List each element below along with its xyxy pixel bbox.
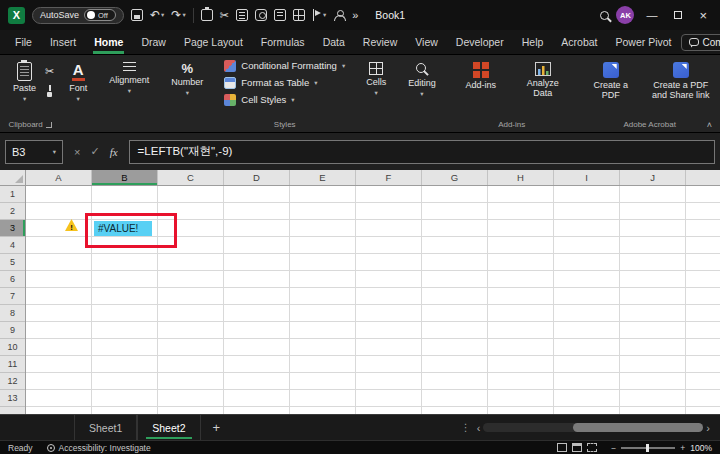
calculator-icon[interactable] <box>274 9 286 21</box>
row-header-11[interactable]: 11 <box>0 356 25 373</box>
column-header-e[interactable]: E <box>290 170 356 185</box>
formula-input[interactable]: =LEFTB("재현",-9) <box>129 140 715 164</box>
horizontal-scrollbar[interactable]: ‹ › <box>477 422 710 434</box>
contact-icon[interactable] <box>333 9 345 21</box>
scroll-left-icon[interactable]: ‹ <box>477 422 481 434</box>
row-header-9[interactable]: 9 <box>0 322 25 339</box>
row-header-7[interactable]: 7 <box>0 288 25 305</box>
column-header-d[interactable]: D <box>224 170 290 185</box>
save-icon[interactable] <box>131 9 143 21</box>
insert-function-icon[interactable]: fx <box>110 146 118 158</box>
zoom-slider[interactable] <box>621 447 675 449</box>
format-painter-icon[interactable] <box>47 85 52 97</box>
normal-view-icon[interactable] <box>557 443 567 452</box>
row-header-1[interactable]: 1 <box>0 186 25 203</box>
number-button[interactable]: % Number ▾ <box>164 57 210 99</box>
tab-view[interactable]: View <box>406 31 447 54</box>
row-header-13[interactable]: 13 <box>0 390 25 407</box>
new-sheet-button[interactable]: + <box>213 420 221 435</box>
cells-area[interactable]: #VALUE! <box>26 186 720 414</box>
column-header-j[interactable]: J <box>620 170 686 185</box>
maximize-button[interactable] <box>669 11 687 19</box>
column-header-b[interactable]: B <box>92 170 158 185</box>
paste-button[interactable]: Paste ▾ <box>6 57 43 105</box>
autosave-toggle[interactable]: AutoSave Off <box>32 7 124 24</box>
row-header-10[interactable]: 10 <box>0 339 25 356</box>
editing-button[interactable]: Editing ▾ <box>401 57 443 100</box>
format-as-table-button[interactable]: Format as Table ▾ <box>218 74 323 91</box>
alignment-button[interactable]: Alignment ▾ <box>102 57 156 97</box>
close-button[interactable]: × <box>694 8 712 23</box>
scrollbar-track[interactable] <box>483 423 703 432</box>
collapse-ribbon-icon[interactable]: ˄ <box>707 120 712 130</box>
page-break-preview-icon[interactable] <box>587 443 597 452</box>
cells-button[interactable]: Cells ▾ <box>359 57 393 99</box>
excel-logo-icon[interactable]: X <box>8 7 25 24</box>
form-icon[interactable] <box>236 9 248 21</box>
column-header-a[interactable]: A <box>26 170 92 185</box>
zoom-in-icon[interactable]: + <box>680 443 685 453</box>
zoom-slider-thumb[interactable] <box>646 444 649 452</box>
tab-developer[interactable]: Developer <box>447 31 513 54</box>
addins-button[interactable]: Add-ins <box>451 57 511 92</box>
camera-icon[interactable] <box>255 9 267 21</box>
enter-entry-icon[interactable]: ✓ <box>90 145 99 158</box>
create-pdf-button[interactable]: Create a PDF <box>581 57 641 103</box>
analyze-data-button[interactable]: Analyze Data <box>513 57 573 101</box>
row-header-2[interactable]: 2 <box>0 203 25 220</box>
column-header-c[interactable]: C <box>158 170 224 185</box>
zoom-percentage[interactable]: 100% <box>690 443 712 453</box>
tab-insert[interactable]: Insert <box>41 31 85 54</box>
row-header-4[interactable]: 4 <box>0 237 25 254</box>
tab-page-layout[interactable]: Page Layout <box>175 31 252 54</box>
scroll-right-icon[interactable]: › <box>706 422 710 434</box>
tab-home[interactable]: Home <box>85 31 132 54</box>
cell-styles-button[interactable]: Cell Styles ▾ <box>218 91 300 108</box>
row-header-6[interactable]: 6 <box>0 271 25 288</box>
column-header-h[interactable]: H <box>488 170 554 185</box>
page-layout-view-icon[interactable] <box>572 443 582 452</box>
tab-scroll-grip-icon[interactable]: ⋮ <box>461 422 471 433</box>
account-avatar[interactable]: AK <box>616 6 634 24</box>
cancel-entry-icon[interactable]: × <box>74 146 80 158</box>
create-pdf-share-button[interactable]: Create a PDF and Share link <box>643 57 719 103</box>
row-header-3[interactable]: 3 <box>0 220 25 237</box>
select-all-corner[interactable] <box>0 170 26 185</box>
tab-draw[interactable]: Draw <box>132 31 175 54</box>
tab-formulas[interactable]: Formulas <box>252 31 314 54</box>
accessibility-status[interactable]: Accessibility: Investigate <box>47 443 151 453</box>
error-warning-icon[interactable] <box>65 219 78 231</box>
row-header-8[interactable]: 8 <box>0 305 25 322</box>
sheet-tab-sheet2[interactable]: Sheet2 <box>137 415 200 440</box>
row-header-12[interactable]: 12 <box>0 373 25 390</box>
tab-help[interactable]: Help <box>513 31 553 54</box>
sheet-tab-sheet1[interactable]: Sheet1 <box>74 415 137 440</box>
conditional-formatting-button[interactable]: Conditional Formatting ▾ <box>218 57 351 74</box>
clipboard-dialog-launcher-icon[interactable] <box>46 122 52 128</box>
more-commands-button[interactable]: » <box>352 9 358 21</box>
cut-button[interactable]: ✂ <box>45 65 54 78</box>
row-header-5[interactable]: 5 <box>0 254 25 271</box>
name-box[interactable]: B3 ▾ <box>5 140 63 164</box>
flag-button[interactable]: ▾ <box>312 9 326 21</box>
font-button[interactable]: A Font ▾ <box>62 57 94 105</box>
search-icon[interactable] <box>600 11 609 20</box>
zoom-out-icon[interactable]: − <box>611 443 616 453</box>
cut-quick-button[interactable]: ✂ <box>220 9 229 22</box>
tab-data[interactable]: Data <box>314 31 354 54</box>
tab-review[interactable]: Review <box>354 31 406 54</box>
tab-acrobat[interactable]: Acrobat <box>552 31 606 54</box>
paste-quick-icon[interactable] <box>201 9 213 21</box>
comments-button[interactable]: Comments <box>681 34 720 51</box>
tab-power-pivot[interactable]: Power Pivot <box>607 31 681 54</box>
scrollbar-thumb[interactable] <box>573 423 703 432</box>
column-header-g[interactable]: G <box>422 170 488 185</box>
column-header-i[interactable]: I <box>554 170 620 185</box>
borders-icon[interactable] <box>293 9 305 21</box>
tab-file[interactable]: File <box>6 31 41 54</box>
minimize-button[interactable]: — <box>641 9 662 21</box>
undo-button[interactable]: ↶ ▾ <box>150 8 164 22</box>
redo-button[interactable]: ↷ ▾ <box>171 8 185 22</box>
column-header-f[interactable]: F <box>356 170 422 185</box>
autosave-switch-icon[interactable]: Off <box>84 9 116 21</box>
